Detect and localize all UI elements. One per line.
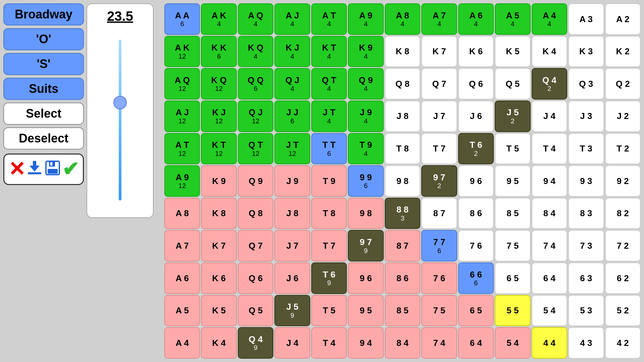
card-cell[interactable]: K 7 (201, 230, 236, 261)
card-cell[interactable]: J 6 (274, 262, 310, 294)
card-cell[interactable]: A 4 (164, 327, 200, 359)
card-cell[interactable]: T 62 (458, 133, 494, 165)
card-cell[interactable]: A 2 (605, 3, 641, 35)
card-cell[interactable]: J J6 (274, 101, 310, 132)
card-cell[interactable]: 8 6 (385, 262, 420, 294)
card-cell[interactable]: K 2 (605, 36, 641, 67)
card-cell[interactable]: A 64 (458, 3, 494, 35)
card-cell[interactable]: 9 8 (385, 165, 420, 197)
card-cell[interactable]: A T12 (164, 133, 200, 165)
card-cell[interactable]: J 8 (274, 198, 310, 229)
card-cell[interactable]: K 4 (532, 36, 567, 67)
card-cell[interactable]: 9 5 (348, 295, 383, 326)
card-cell[interactable]: T 8 (385, 133, 420, 165)
card-cell[interactable]: 8 4 (385, 327, 420, 359)
card-cell[interactable]: 8 3 (568, 198, 604, 229)
card-cell[interactable]: 9 4 (348, 327, 383, 359)
card-cell[interactable]: 6 66 (458, 262, 494, 294)
card-cell[interactable]: J 8 (385, 101, 420, 132)
card-cell[interactable]: 8 83 (385, 198, 420, 229)
card-cell[interactable]: J 7 (421, 101, 457, 132)
card-cell[interactable]: K 5 (201, 295, 236, 326)
card-cell[interactable]: K 4 (201, 327, 236, 359)
card-cell[interactable]: J 6 (458, 101, 494, 132)
card-cell[interactable]: A 5 (164, 295, 200, 326)
card-cell[interactable]: A 7 (164, 230, 200, 261)
card-cell[interactable]: A A6 (164, 3, 200, 35)
card-cell[interactable]: 8 5 (495, 198, 530, 229)
card-cell[interactable]: 7 2 (605, 230, 641, 261)
broadway-button[interactable]: Broadway (3, 3, 84, 25)
card-cell[interactable]: A T4 (311, 3, 347, 35)
card-cell[interactable]: T T6 (311, 133, 347, 165)
card-cell[interactable]: A 8 (164, 198, 200, 229)
card-cell[interactable]: A 74 (421, 3, 457, 35)
card-cell[interactable]: T 2 (605, 133, 641, 165)
card-cell[interactable]: Q 49 (238, 327, 273, 359)
card-cell[interactable]: T 94 (348, 133, 383, 165)
card-cell[interactable]: Q 9 (238, 165, 273, 197)
card-cell[interactable]: J 2 (605, 101, 641, 132)
card-cell[interactable]: A 3 (568, 3, 604, 35)
card-cell[interactable]: J 52 (495, 101, 530, 132)
card-cell[interactable]: J 7 (274, 230, 310, 261)
card-cell[interactable]: 7 4 (532, 230, 567, 261)
card-cell[interactable]: 9 72 (421, 165, 457, 197)
card-cell[interactable]: K Q4 (238, 36, 273, 67)
download-icon[interactable] (26, 160, 43, 179)
card-cell[interactable]: 7 6 (421, 262, 457, 294)
card-cell[interactable]: 6 4 (532, 262, 567, 294)
deselect-button[interactable]: Deselect (3, 127, 84, 149)
card-cell[interactable]: 9 96 (348, 165, 383, 197)
card-cell[interactable]: K K6 (201, 36, 236, 67)
card-cell[interactable]: A Q12 (164, 68, 200, 100)
card-cell[interactable]: K 94 (348, 36, 383, 67)
card-cell[interactable]: 8 7 (385, 230, 420, 261)
card-cell[interactable]: K 7 (421, 36, 457, 67)
card-cell[interactable]: T 7 (421, 133, 457, 165)
card-cell[interactable]: Q 2 (605, 68, 641, 100)
card-cell[interactable]: T 69 (311, 262, 347, 294)
card-cell[interactable]: 7 76 (421, 230, 457, 261)
card-cell[interactable]: Q J12 (238, 101, 273, 132)
card-cell[interactable]: K J4 (274, 36, 310, 67)
card-cell[interactable]: J 3 (568, 101, 604, 132)
card-cell[interactable]: A 6 (164, 262, 200, 294)
card-cell[interactable]: Q 7 (421, 68, 457, 100)
card-cell[interactable]: 5 3 (568, 295, 604, 326)
card-cell[interactable]: 7 6 (458, 230, 494, 261)
card-cell[interactable]: A K12 (164, 36, 200, 67)
card-cell[interactable]: A 54 (495, 3, 530, 35)
card-cell[interactable]: K T12 (201, 133, 236, 165)
card-cell[interactable]: 7 5 (421, 295, 457, 326)
card-cell[interactable]: K 6 (201, 262, 236, 294)
card-cell[interactable]: T 3 (568, 133, 604, 165)
card-cell[interactable]: 7 3 (568, 230, 604, 261)
card-cell[interactable]: Q 5 (495, 68, 530, 100)
card-cell[interactable]: 5 4 (532, 295, 567, 326)
card-cell[interactable]: A J12 (164, 101, 200, 132)
card-cell[interactable]: T 4 (532, 133, 567, 165)
card-cell[interactable]: 9 6 (348, 262, 383, 294)
card-cell[interactable]: K 5 (495, 36, 530, 67)
card-cell[interactable]: J T4 (311, 101, 347, 132)
card-cell[interactable]: 9 3 (568, 165, 604, 197)
card-cell[interactable]: 4 3 (568, 327, 604, 359)
save-icon[interactable] (44, 160, 61, 179)
card-cell[interactable]: Q T4 (311, 68, 347, 100)
card-cell[interactable]: Q 8 (385, 68, 420, 100)
card-cell[interactable]: 7 4 (421, 327, 457, 359)
card-cell[interactable]: 5 2 (605, 295, 641, 326)
card-cell[interactable]: 6 2 (605, 262, 641, 294)
card-cell[interactable]: 8 7 (421, 198, 457, 229)
card-cell[interactable]: Q 7 (238, 230, 273, 261)
card-cell[interactable]: 4 2 (605, 327, 641, 359)
card-cell[interactable]: Q J4 (274, 68, 310, 100)
card-cell[interactable]: A 84 (385, 3, 420, 35)
card-cell[interactable]: 5 5 (495, 295, 530, 326)
card-cell[interactable]: J 59 (274, 295, 310, 326)
card-cell[interactable]: Q 42 (532, 68, 567, 100)
card-cell[interactable]: K Q12 (201, 68, 236, 100)
card-cell[interactable]: Q T12 (238, 133, 273, 165)
card-cell[interactable]: K T4 (311, 36, 347, 67)
